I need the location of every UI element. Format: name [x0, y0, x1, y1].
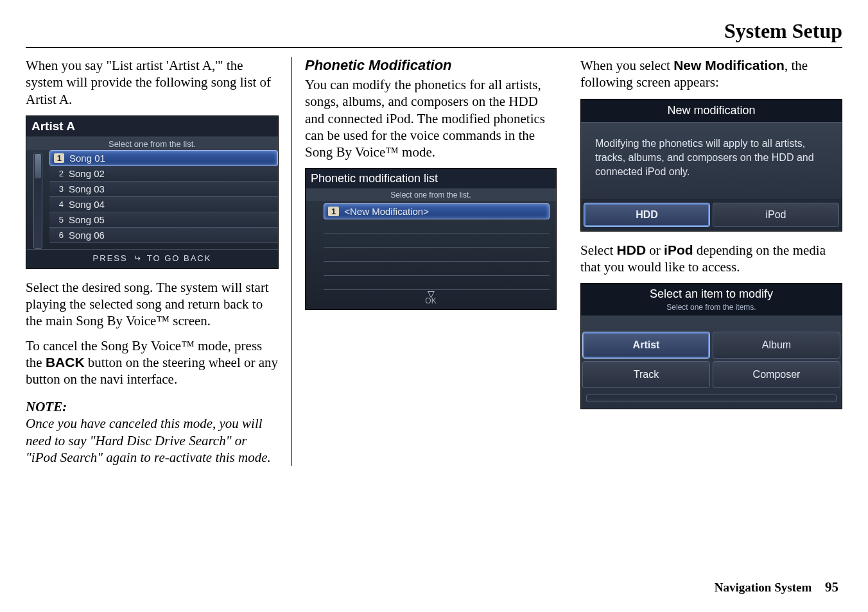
row-label: Song 01	[69, 153, 105, 164]
paragraph: Select HDD or iPod depending on the medi…	[580, 242, 831, 276]
column-3: When you select New Modification, the fo…	[568, 57, 844, 466]
bold-text: HDD	[617, 242, 647, 257]
footer-label: Navigation System	[715, 581, 812, 594]
screen-title: Select an item to modify	[581, 284, 842, 303]
row-index: 2	[53, 169, 64, 178]
list-item[interactable]: 6 Song 06	[49, 228, 278, 243]
row-label: Song 02	[69, 168, 105, 179]
list-item	[324, 276, 550, 290]
text: Select	[580, 242, 617, 258]
screen-title: Artist A	[26, 116, 278, 137]
row-label: Song 03	[69, 183, 105, 194]
row-index: 5	[53, 215, 64, 225]
composer-button[interactable]: Composer	[713, 361, 840, 388]
screen-hint: Select one from the list.	[306, 189, 556, 201]
page-footer: Navigation System 95	[715, 579, 838, 595]
button-grid: Artist Album Track Composer	[582, 332, 840, 388]
screen-hint: Select one from the list.	[26, 137, 278, 150]
list-item	[324, 234, 550, 248]
button-row: HDD iPod	[581, 199, 842, 231]
list-item[interactable]: 5 Song 05	[49, 212, 278, 228]
screen-title: Phonetic modification list	[306, 169, 556, 189]
new-modification-screen: New modification Modifying the phonetics…	[580, 99, 842, 232]
back-icon: ↵	[134, 253, 141, 263]
text: When you select	[580, 58, 673, 73]
page-number: 95	[825, 579, 838, 595]
note-heading: NOTE:	[26, 399, 279, 415]
footer-goback: TO GO BACK	[147, 253, 212, 263]
hdd-button[interactable]: HDD	[584, 203, 710, 227]
artist-song-list-screen: Artist A Select one from the list. 1 Son…	[26, 115, 279, 269]
select-item-screen: Select an item to modify Select one from…	[580, 283, 842, 409]
content-columns: When you say "List artist 'Artist A,'" t…	[26, 57, 842, 466]
phonetic-modification-list-screen: Phonetic modification list Select one fr…	[305, 168, 557, 310]
screen-hint: Select one from the items.	[581, 303, 842, 316]
bold-text: iPod	[664, 242, 693, 257]
column-1: When you say "List artist 'Artist A,'" t…	[26, 57, 291, 466]
scrollbar-horizontal[interactable]	[586, 395, 837, 402]
bold-text: New Modification	[673, 58, 785, 72]
intro-paragraph: When you say "List artist 'Artist A,'" t…	[26, 57, 279, 108]
scrollbar[interactable]	[26, 150, 49, 249]
section-heading: Phonetic Modification	[305, 57, 555, 74]
list-item	[324, 248, 550, 262]
row-label: Song 06	[69, 230, 105, 241]
list-item[interactable]: 3 Song 03	[49, 182, 278, 197]
ipod-button[interactable]: iPod	[713, 203, 839, 227]
back-button-label: BACK	[46, 355, 85, 370]
paragraph: When you select New Modification, the fo…	[580, 57, 831, 91]
screen-message: Modifying the phonetics will apply to al…	[581, 123, 842, 199]
note-text: Once you have canceled this mode, you wi…	[26, 415, 279, 466]
list-item	[324, 219, 550, 234]
list-body: 1 Song 01 2 Song 02 3 Song 03 4 Song 04	[26, 150, 278, 249]
list-pane: 1 <New Modification>	[306, 201, 556, 291]
list-item	[324, 262, 550, 276]
screen-title: New modification	[581, 99, 842, 123]
paragraph: Select the desired song. The system will…	[26, 279, 279, 330]
ok-label: OK	[425, 296, 436, 305]
chevron-down-icon: ▽	[306, 291, 556, 296]
column-2: Phonetic Modification You can modify the…	[291, 57, 568, 466]
track-button[interactable]: Track	[582, 361, 710, 388]
album-button[interactable]: Album	[713, 332, 840, 359]
text: or	[646, 242, 664, 258]
list-item[interactable]: 4 Song 04	[49, 197, 278, 212]
footer-press: PRESS	[93, 253, 128, 263]
page-title: System Setup	[26, 19, 842, 48]
row-label: Song 05	[69, 214, 105, 225]
screen-footer: PRESS ↵ TO GO BACK	[26, 249, 278, 268]
artist-button[interactable]: Artist	[582, 332, 710, 359]
row-index: 3	[53, 184, 64, 194]
row-index: 1	[54, 153, 64, 163]
row-index: 4	[53, 200, 64, 209]
list-item[interactable]: 2 Song 02	[49, 166, 278, 182]
row-label: <New Modification>	[344, 206, 429, 217]
list-item[interactable]: 1 Song 01	[49, 150, 278, 166]
row-label: Song 04	[69, 199, 105, 210]
list-item[interactable]: 1 <New Modification>	[324, 203, 550, 219]
ok-bar[interactable]: ▽ OK	[306, 291, 556, 309]
row-index: 1	[328, 207, 339, 216]
paragraph: To cancel the Song By Voice™ mode, press…	[26, 337, 279, 388]
paragraph: You can modify the phonetics for all art…	[305, 76, 555, 160]
row-index: 6	[53, 230, 64, 240]
